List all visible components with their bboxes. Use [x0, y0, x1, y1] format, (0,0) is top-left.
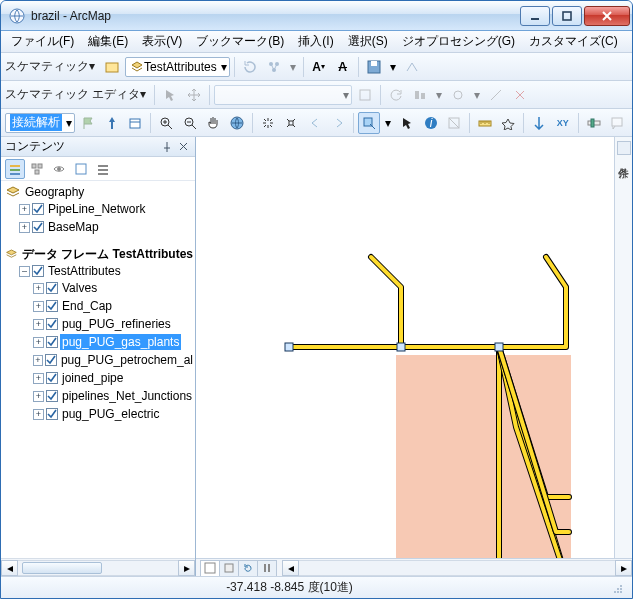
scroll-left-icon[interactable]: ◂ — [282, 560, 299, 576]
toolbar-bold-icon[interactable]: A▾ — [308, 56, 330, 78]
resize-grip-icon[interactable] — [610, 581, 624, 595]
scroll-left-icon[interactable]: ◂ — [1, 560, 18, 576]
list-by-drawing-icon[interactable] — [5, 159, 25, 179]
prev-extent-icon[interactable] — [304, 112, 326, 134]
fixed-zoom-in-icon[interactable] — [257, 112, 279, 134]
editor-misc1-icon[interactable] — [447, 84, 469, 106]
zoom-out-icon[interactable] — [179, 112, 201, 134]
list-by-source-icon[interactable] — [27, 159, 47, 179]
menu-bookmarks[interactable]: ブックマーク(B) — [190, 31, 290, 52]
checkbox[interactable] — [46, 318, 58, 330]
expand-icon[interactable]: + — [33, 355, 43, 366]
net-results-icon[interactable] — [124, 112, 146, 134]
save-edits-dropdown[interactable]: ▾ — [387, 56, 399, 78]
menu-customize[interactable]: カスタマイズ(C) — [523, 31, 624, 52]
map-horizontal-scrollbar[interactable]: ◂ ▸ — [282, 560, 632, 576]
editor-rotate-icon[interactable] — [385, 84, 407, 106]
layout-view-tab[interactable] — [219, 560, 239, 576]
toc-options-icon[interactable] — [93, 159, 113, 179]
checkbox[interactable] — [32, 221, 44, 233]
toc-layer[interactable]: pug_PUG_gas_plants — [60, 334, 181, 350]
checkbox[interactable] — [46, 282, 58, 294]
close-button[interactable] — [584, 6, 630, 26]
time-slider-icon[interactable] — [583, 112, 605, 134]
menu-file[interactable]: ファイル(F) — [5, 31, 80, 52]
scroll-thumb[interactable] — [22, 562, 102, 574]
identify-icon[interactable]: i — [420, 112, 442, 134]
html-popup-icon[interactable] — [606, 112, 628, 134]
editor-misc1-dropdown[interactable]: ▾ — [471, 84, 483, 106]
list-by-selection-icon[interactable] — [71, 159, 91, 179]
toc-layer[interactable]: joined_pipe — [60, 370, 125, 386]
menu-view[interactable]: 表示(V) — [136, 31, 188, 52]
expand-icon[interactable]: + — [33, 283, 44, 294]
menu-windows[interactable]: ウィンドウ(W) — [626, 31, 633, 52]
checkbox[interactable] — [32, 265, 44, 277]
expand-icon[interactable]: + — [33, 373, 44, 384]
propagate-icon[interactable] — [401, 56, 423, 78]
toc-layer[interactable]: pipelines_Net_Junctions — [60, 388, 194, 404]
editor-delete-icon[interactable] — [509, 84, 531, 106]
editor-align-icon[interactable] — [409, 84, 431, 106]
map-canvas[interactable]: Powered by 1 - CAMACARI Powered by 1 - C… — [196, 137, 632, 558]
schematic-layout-dropdown[interactable]: ▾ — [287, 56, 299, 78]
toc-root-testattributes[interactable]: TestAttributes — [46, 263, 123, 279]
editor-template-combo[interactable]: ▾ — [214, 85, 352, 105]
go-to-xy-icon[interactable]: XY — [552, 112, 574, 134]
editor-misc2-icon[interactable] — [485, 84, 507, 106]
expand-icon[interactable]: + — [33, 409, 44, 420]
toc-group-geography[interactable]: Geography — [23, 184, 86, 200]
collapse-icon[interactable]: – — [19, 266, 30, 277]
network-analysis-combo[interactable]: 接続解析 ▾ — [5, 113, 75, 133]
list-by-visibility-icon[interactable] — [49, 159, 69, 179]
checkbox[interactable] — [46, 390, 58, 402]
open-schematic-icon[interactable] — [101, 56, 123, 78]
select-elements-dropdown[interactable]: ▾ — [382, 112, 394, 134]
checkbox[interactable] — [46, 336, 58, 348]
editor-apply-icon[interactable] — [354, 84, 376, 106]
toc-layer[interactable]: PipeLine_Network — [46, 201, 147, 217]
maximize-button[interactable] — [552, 6, 582, 26]
menu-edit[interactable]: 編集(E) — [82, 31, 134, 52]
checkbox[interactable] — [46, 300, 58, 312]
full-extent-icon[interactable] — [226, 112, 248, 134]
schematic-layout-icon[interactable] — [263, 56, 285, 78]
schematic-update-icon[interactable] — [239, 56, 261, 78]
pointer-icon[interactable] — [396, 112, 418, 134]
side-panel-toggle[interactable] — [617, 141, 631, 155]
scroll-right-icon[interactable]: ▸ — [615, 560, 632, 576]
checkbox[interactable] — [45, 354, 57, 366]
find-icon[interactable] — [498, 112, 520, 134]
checkbox[interactable] — [46, 372, 58, 384]
toolbar-strike-icon[interactable]: A — [332, 56, 354, 78]
toc-pin-icon[interactable] — [159, 139, 175, 155]
data-view-tab[interactable] — [200, 560, 220, 576]
toc-layer[interactable]: Valves — [60, 280, 99, 296]
minimize-button[interactable] — [520, 6, 550, 26]
fixed-zoom-out-icon[interactable] — [280, 112, 302, 134]
pause-drawing-icon[interactable] — [257, 560, 277, 576]
net-solve-icon[interactable] — [101, 112, 123, 134]
clear-select-icon[interactable] — [443, 112, 465, 134]
next-extent-icon[interactable] — [328, 112, 350, 134]
toc-group-testattributes[interactable]: データ フレーム TestAttributes — [20, 246, 195, 262]
toc-close-icon[interactable] — [175, 139, 191, 155]
toc-tree[interactable]: Geography +PipeLine_Network +BaseMap データ… — [1, 181, 195, 558]
toc-layer[interactable]: pug_PUG_electric — [60, 406, 161, 422]
schematic-dataframe-combo[interactable]: TestAttributes ▾ — [125, 57, 230, 77]
toc-horizontal-scrollbar[interactable]: ◂ ▸ — [1, 558, 195, 576]
checkbox[interactable] — [46, 408, 58, 420]
pan-icon[interactable] — [202, 112, 224, 134]
select-elements-icon[interactable] — [358, 112, 380, 134]
toc-layer[interactable]: pug_PUG_petrochem_al — [59, 352, 195, 368]
menu-insert[interactable]: 挿入(I) — [292, 31, 339, 52]
checkbox[interactable] — [32, 203, 44, 215]
editor-align-dropdown[interactable]: ▾ — [433, 84, 445, 106]
expand-icon[interactable]: + — [33, 319, 44, 330]
hyperlink-icon[interactable] — [528, 112, 550, 134]
expand-icon[interactable]: + — [19, 222, 30, 233]
measure-icon[interactable] — [474, 112, 496, 134]
menu-geoprocessing[interactable]: ジオプロセシング(G) — [396, 31, 521, 52]
net-flag-icon[interactable] — [77, 112, 99, 134]
editor-pointer-icon[interactable] — [159, 84, 181, 106]
